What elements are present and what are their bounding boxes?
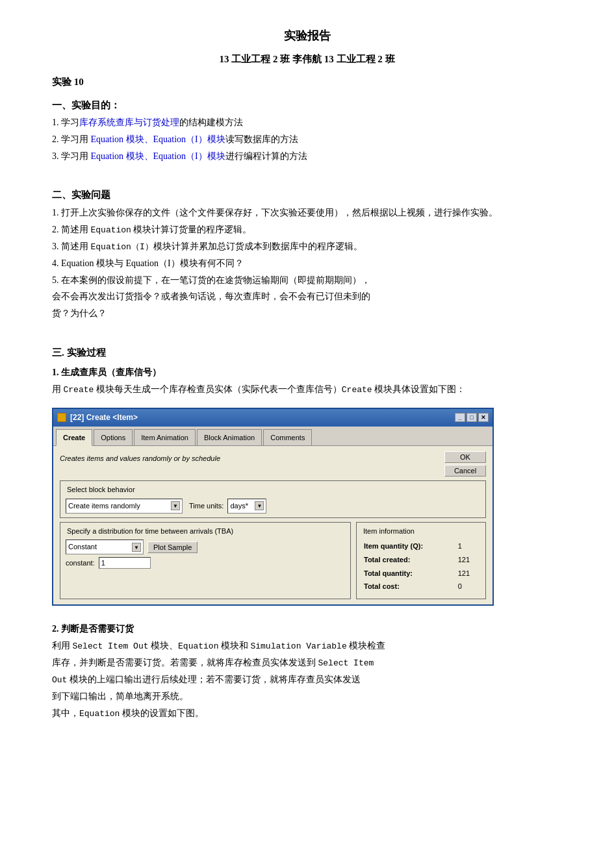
problem-1: 1. 打开上次实验你保存的文件（这个文件要保存好，下次实验还要使用），然后根据以… [52, 205, 562, 221]
time-units-select[interactable]: days* ▼ [227, 499, 266, 514]
total-cost-row: Total cost: 0 [362, 580, 480, 593]
total-cost-value: 0 [453, 580, 480, 593]
item-quantity-label: Item quantity (Q): [362, 539, 453, 553]
select-block-label: Select block behavior [66, 484, 480, 496]
step2-heading: 2. 判断是否需要订货 [52, 621, 562, 637]
step2-text-line5: 其中，Equation 模块的设置如下图。 [52, 706, 562, 721]
constant-label: constant: [66, 557, 95, 569]
top-row: Creates items and values randomly or by … [60, 451, 486, 477]
tab-create[interactable]: Create [56, 429, 92, 447]
close-button[interactable]: ✕ [478, 413, 489, 422]
objective-3: 3. 学习用 Equation 模块、Equation（I）模块进行编程计算的方… [52, 149, 562, 164]
objective-2: 2. 学习用 Equation 模块、Equation（I）模块读写数据库的方法 [52, 132, 562, 147]
ok-button[interactable]: OK [444, 451, 486, 463]
dist-fieldset: Specify a distribution for time between … [60, 522, 351, 599]
dist-label: Specify a distribution for time between … [66, 525, 345, 538]
total-quantity-row: Total quantity: 121 [362, 567, 480, 580]
time-units-row: Time units: days* ▼ [189, 499, 266, 514]
step1-heading: 1. 生成查库员（查库信号） [52, 365, 562, 380]
distribution-value: Constant [68, 541, 97, 553]
dialog-icon [57, 413, 66, 422]
minimize-button[interactable]: _ [455, 413, 465, 422]
problem-5-line2: 会不会再次发出订货指令？或者换句话说，每次查库时，会不会有已订但未到的 [52, 289, 562, 304]
distribution-select[interactable]: Constant ▼ [66, 539, 144, 554]
create-dialog: [22] Create <Item> _ □ ✕ Create Options … [52, 408, 494, 606]
time-units-arrow[interactable]: ▼ [255, 501, 264, 510]
problem-2: 2. 简述用 Equation 模块计算订货量的程序逻辑。 [52, 222, 562, 238]
subtitle: 13 工业工程 2 班 李伟航 13 工业工程 2 班 [52, 51, 562, 68]
item-info-fieldset: Item information Item quantity (Q): 1 To… [356, 522, 486, 599]
total-created-row: Total created: 121 [362, 553, 480, 567]
cancel-button[interactable]: Cancel [444, 465, 486, 477]
select-block-group: Select block behavior Create items rando… [60, 480, 486, 517]
step2-text-line1: 利用 Select Item Out 模块、Equation 模块和 Simul… [52, 638, 562, 654]
block-behavior-value: Create items randomly [68, 500, 140, 512]
dialog-buttons: OK Cancel [444, 451, 486, 477]
total-quantity-value: 121 [453, 567, 480, 580]
tab-bar: Create Options Item Animation Block Anim… [53, 427, 492, 447]
total-created-value: 121 [453, 553, 480, 567]
total-cost-label: Total cost: [362, 580, 453, 593]
dialog-title: [22] Create <Item> [70, 411, 138, 424]
section3-heading: 三. 实验过程 [52, 345, 562, 362]
section2-heading: 二、实验问题 [52, 187, 562, 204]
time-units-value: days* [230, 500, 248, 512]
step1-text: 用 Create 模块每天生成一个库存检查员实体（实际代表一个查库信号）Crea… [52, 382, 562, 397]
page-title: 实验报告 [52, 26, 562, 46]
select-row: Create items randomly ▼ Time units: days… [66, 499, 480, 514]
tab-block-animation[interactable]: Block Animation [197, 429, 262, 446]
section1-heading: 一、实验目的： [52, 97, 562, 114]
step2-text-line4: 到下端口输出，简单地离开系统。 [52, 689, 562, 704]
titlebar-left: [22] Create <Item> [57, 411, 138, 424]
step2-text-line2: 库存，并判断是否需要订货。若需要，就将库存检查员实体发送到 Select Ite… [52, 655, 562, 671]
item-info-table: Item quantity (Q): 1 Total created: 121 … [362, 539, 480, 593]
lower-row: Specify a distribution for time between … [60, 522, 486, 599]
item-info-label: Item information [362, 525, 480, 538]
item-quantity-value: 1 [453, 539, 480, 553]
distribution-arrow[interactable]: ▼ [132, 543, 141, 552]
problem-4: 4. Equation 模块与 Equation（I）模块有何不同？ [52, 256, 562, 271]
constant-row: constant: [66, 557, 345, 569]
problem-3: 3. 简述用 Equation（I）模块计算并累加总订货成本到数据库中的程序逻辑… [52, 239, 562, 254]
block-behavior-select[interactable]: Create items randomly ▼ [66, 499, 183, 514]
constant-input[interactable] [99, 557, 151, 569]
plot-sample-button[interactable]: Plot Sample [147, 541, 198, 553]
titlebar-controls[interactable]: _ □ ✕ [455, 413, 489, 422]
total-created-label: Total created: [362, 553, 453, 567]
dialog-body: Create Options Item Animation Block Anim… [52, 427, 494, 606]
dialog-content: Creates items and values randomly or by … [53, 446, 492, 604]
dist-row: Constant ▼ Plot Sample [66, 539, 345, 554]
tab-options[interactable]: Options [94, 429, 133, 446]
objective-1: 1. 学习库存系统查库与订货处理的结构建模方法 [52, 115, 562, 130]
block-behavior-arrow[interactable]: ▼ [171, 501, 180, 510]
item-quantity-row: Item quantity (Q): 1 [362, 539, 480, 553]
tab-item-animation[interactable]: Item Animation [134, 429, 196, 446]
dialog-titlebar: [22] Create <Item> _ □ ✕ [52, 408, 494, 426]
creates-text: Creates items and values randomly or by … [60, 451, 220, 465]
problem-5-line3: 货？为什么？ [52, 306, 562, 321]
problem-5-line1: 5. 在本案例的假设前提下，在一笔订货的在途货物运输期间（即提前期期间）， [52, 273, 562, 288]
total-quantity-label: Total quantity: [362, 567, 453, 580]
tab-comments[interactable]: Comments [263, 429, 312, 446]
time-units-label: Time units: [189, 500, 224, 512]
step2-text-line3: Out 模块的上端口输出进行后续处理；若不需要订货，就将库存查员实体发送 [52, 672, 562, 688]
restore-button[interactable]: □ [467, 413, 477, 422]
experiment-number: 实验 10 [52, 74, 562, 91]
